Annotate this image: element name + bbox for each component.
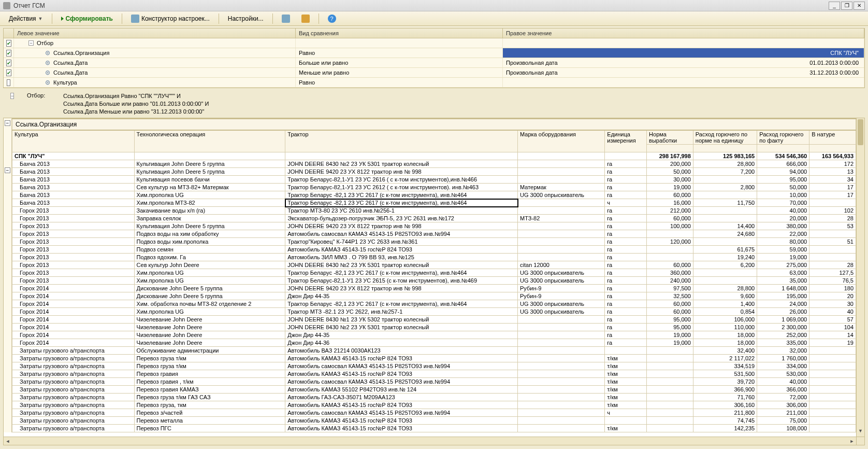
- table-row[interactable]: Затраты грузового а/транспортаПеревоз гр…: [12, 401, 856, 409]
- filter-cmp: Больше или равно: [296, 58, 503, 67]
- col-rate[interactable]: Расход горючего по норме на единицу: [693, 130, 757, 145]
- table-row[interactable]: Затраты грузового а/транспортаПеревоз гр…: [12, 394, 856, 401]
- settings-constructor-button[interactable]: Конструктор настроек...: [126, 13, 214, 24]
- table-row[interactable]: Горох 2013Сев культур John DeereJOHN DEE…: [12, 261, 856, 269]
- equals-icon: ⊜: [45, 49, 50, 57]
- table-row[interactable]: Бахча 2013Культивация John Deere 5 групп…: [12, 160, 856, 168]
- table-row[interactable]: Горох 2013Подвоз воды на хим обработкуАв…: [12, 230, 856, 238]
- table-row[interactable]: Затраты грузового а/транспортаПеревоз ме…: [12, 417, 856, 425]
- help-icon: ?: [328, 15, 336, 23]
- filter-row[interactable]: ⊜КультураРавно: [4, 78, 864, 88]
- col-nat[interactable]: В натуре: [809, 130, 856, 145]
- horizontal-scrollbar[interactable]: ◄ ►: [4, 437, 856, 445]
- table-row[interactable]: Затраты грузового а/транспортаОбслуживан…: [12, 347, 856, 355]
- table-row[interactable]: Горох 2014Чизелевание John DeereJOHN DEE…: [12, 316, 856, 324]
- app-icon: [3, 2, 10, 9]
- tool-icon-1[interactable]: [277, 13, 295, 24]
- filter-right[interactable]: Произвольная дата31.12.2013 0:00:00: [503, 68, 864, 77]
- equals-icon: ⊜: [45, 79, 50, 86]
- table-row[interactable]: Бахча 2013Культивация John Deere 5 групп…: [12, 168, 856, 176]
- table-row[interactable]: Горох 2014Чизелевание John DeereДжон Дир…: [12, 339, 856, 347]
- col-oper[interactable]: Технологическа операция: [134, 130, 285, 152]
- table-row[interactable]: Горох 2013Заправка сеялокЭкскаватор-буль…: [12, 215, 856, 222]
- scroll-thumb[interactable]: [858, 119, 863, 145]
- filter-row[interactable]: ✔⊜Ссылка.ДатаБольше или равноПроизвольна…: [4, 58, 864, 68]
- table-row[interactable]: Затраты грузового а/транспортаПеревоз гр…: [12, 362, 856, 370]
- filter-left: Культура: [53, 79, 77, 86]
- filter-right[interactable]: Произвольная дата01.01.2013 0:00:00: [503, 58, 864, 67]
- col-tractor[interactable]: Трактор: [285, 130, 518, 152]
- scroll-right-icon[interactable]: ►: [848, 437, 856, 445]
- table-row[interactable]: Горох 2014Хим. обработка почвы МТЗ-82 от…: [12, 300, 856, 308]
- outline-collapse-summary[interactable]: −: [5, 120, 10, 126]
- table-row[interactable]: Затраты грузового а/транспортаПеревоз гр…: [12, 386, 856, 394]
- filter-checkbox[interactable]: ✔: [6, 69, 11, 76]
- report-table[interactable]: Ссылка.Организация Культура Технологичес…: [12, 118, 856, 432]
- generate-button[interactable]: Сформировать: [56, 13, 118, 24]
- table-row[interactable]: Горох 2013Подвоз семянАвтомобиль КАМАЗ 4…: [12, 246, 856, 254]
- filter-right[interactable]: [503, 78, 864, 87]
- restore-button[interactable]: ❐: [841, 2, 852, 10]
- filter-cmp: Равно: [296, 78, 503, 87]
- help-button[interactable]: ?: [323, 13, 341, 24]
- equals-icon: ⊜: [45, 59, 50, 66]
- table-row[interactable]: Горох 2013Хим.прополка UGТрактор Беларус…: [12, 277, 856, 285]
- table-row[interactable]: Затраты грузового а/транспортаПеревоз ПГ…: [12, 425, 856, 432]
- outline-gutter: − −: [4, 118, 12, 432]
- col-fact[interactable]: Расход горючего по факту: [757, 130, 809, 145]
- col-culture[interactable]: Культура: [12, 130, 135, 152]
- filter-left: Ссылка.Дата: [53, 69, 88, 76]
- table-row[interactable]: Горох 2014Чизелевание John DeereДжон Дир…: [12, 331, 856, 339]
- table-row[interactable]: Затраты грузового а/транспортаПеревоз гр…: [12, 378, 856, 386]
- constructor-icon: [131, 15, 139, 23]
- filter-checkbox[interactable]: [7, 79, 10, 86]
- vertical-scrollbar[interactable]: ▲ ▼: [856, 118, 864, 437]
- table-row[interactable]: Затраты грузового а/транспортаПеревоз гр…: [12, 355, 856, 362]
- filter-cmp: Меньше или равно: [296, 68, 503, 77]
- actions-button[interactable]: Действия ▼: [4, 13, 48, 24]
- filter-row[interactable]: ✔⊜Ссылка.ОрганизацияРавноСПК "ЛУЧ": [4, 48, 864, 58]
- table-row[interactable]: Горох 2013Подвоз воды хим.прополкаТракто…: [12, 238, 856, 246]
- minimize-button[interactable]: _: [829, 2, 840, 10]
- table-row[interactable]: Затраты грузового а/транспортаПеревоз гр…: [12, 370, 856, 378]
- table-row[interactable]: Горох 2013Закачивание воды х/п (га)Тракт…: [12, 207, 856, 215]
- scroll-left-icon[interactable]: ◄: [4, 437, 12, 445]
- filter-checkbox[interactable]: ✔: [6, 60, 11, 66]
- table-row[interactable]: Горох 2013Хим.прополка UGТрактор Беларус…: [12, 269, 856, 277]
- col-unit[interactable]: Единица измерения: [605, 130, 647, 152]
- table-row[interactable]: Бахча 2013Сев культур на МТЗ-82+ Матерма…: [12, 184, 856, 191]
- table-row[interactable]: Горох 2014Дискование John Deere 5 группа…: [12, 292, 856, 300]
- collapse-icon[interactable]: −: [28, 40, 34, 46]
- filter-summary: − Отбор: Ссылка.Организация Равно "СПК "…: [0, 89, 868, 118]
- table-row[interactable]: Горох 2013Подвоз ядохим. ГаАвтомобиль ЗИ…: [12, 254, 856, 261]
- equals-icon: ⊜: [45, 69, 50, 76]
- table-row[interactable]: Затраты грузового а/транспортаПеревоз з/…: [12, 409, 856, 417]
- org-header: Ссылка.Организация: [12, 119, 856, 130]
- filter-left: Ссылка.Дата: [53, 60, 88, 66]
- filter-left: Ссылка.Организация: [53, 50, 109, 56]
- table-row[interactable]: Бахча 2013Хим.прополка МТЗ-82Трактор Бел…: [12, 199, 856, 207]
- filter-checkbox[interactable]: ✔: [6, 50, 11, 57]
- table-row[interactable]: Горох 2013Культивация John Deere 5 групп…: [12, 222, 856, 230]
- tool-icon-2[interactable]: [297, 13, 314, 24]
- group-total-row[interactable]: СПК "ЛУЧ" 298 167,998 125 983,165 534 54…: [12, 152, 856, 160]
- scroll-down-icon[interactable]: ▼: [857, 428, 864, 437]
- col-norm[interactable]: Норма выработки: [647, 130, 693, 145]
- col-equip[interactable]: Марка оборудования: [518, 130, 605, 152]
- table-row[interactable]: Бахча 2013Культивация посевов бахчиТракт…: [12, 176, 856, 184]
- group-checkbox[interactable]: ✔: [6, 40, 11, 47]
- table-row[interactable]: Горох 2014Хим.прополка UGТрактор МТЗ -82…: [12, 308, 856, 316]
- outline-collapse-group[interactable]: −: [5, 167, 10, 173]
- filter-right[interactable]: СПК "ЛУЧ": [503, 48, 864, 58]
- settings-button[interactable]: Настройки...: [223, 13, 268, 24]
- table-row[interactable]: Бахча 2013Хим.прополка UGТрактор Беларус…: [12, 191, 856, 199]
- close-button[interactable]: ✕: [853, 2, 865, 10]
- grid-icon: [282, 15, 290, 23]
- filter-row[interactable]: ✔⊜Ссылка.ДатаМеньше или равноПроизвольна…: [4, 68, 864, 78]
- table-row[interactable]: Горох 2014Чизелевание John DeereJOHN DEE…: [12, 324, 856, 331]
- summary-collapse-icon[interactable]: −: [10, 93, 14, 99]
- filter-col-left: Левое значение: [14, 29, 296, 38]
- filter-col-cmp: Вид сравнения: [296, 29, 503, 38]
- table-row[interactable]: Горох 2014Дискование John Deere 5 группа…: [12, 285, 856, 292]
- filter-group-row[interactable]: ✔ −Отбор: [4, 38, 864, 48]
